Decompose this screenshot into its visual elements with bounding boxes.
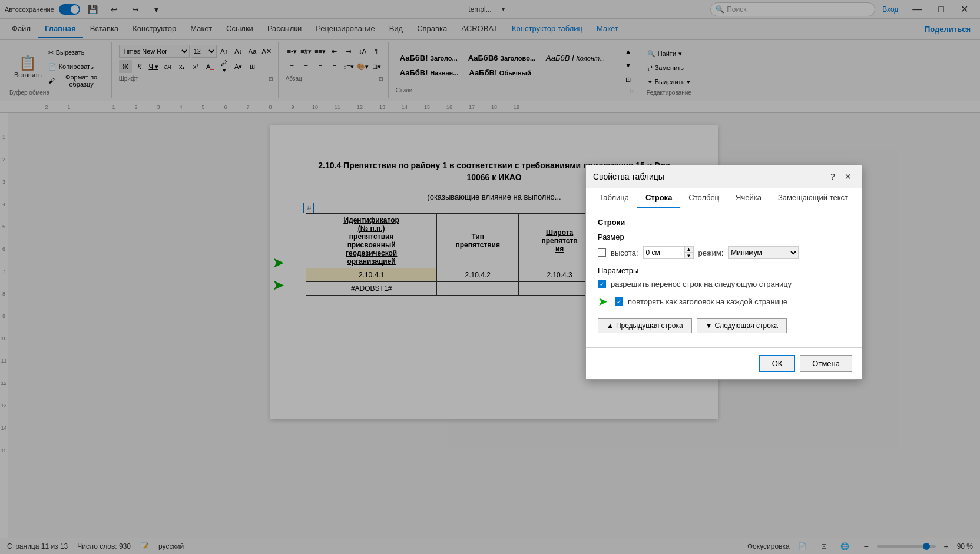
allow-break-checkbox[interactable]: ✓ xyxy=(598,280,606,288)
dialog-title-icons: ? ✕ xyxy=(826,170,855,183)
dialog-footer: ОК Отмена xyxy=(586,347,862,379)
rows-section-title: Строки xyxy=(598,218,850,227)
dialog-tab-column[interactable]: Столбец xyxy=(680,188,727,208)
prev-row-label: Предыдущая строка xyxy=(616,321,683,330)
next-row-button[interactable]: ▼ Следующая строка xyxy=(697,318,787,333)
nav-btn-row: ▲ Предыдущая строка ▼ Следующая строка xyxy=(598,318,850,333)
dialog-tab-cell[interactable]: Ячейка xyxy=(727,188,770,208)
cancel-button[interactable]: Отмена xyxy=(800,355,852,372)
height-label: высота: xyxy=(611,248,638,257)
height-down-button[interactable]: ▼ xyxy=(684,253,694,259)
size-label: Размер xyxy=(598,233,850,241)
dialog-tab-table[interactable]: Таблица xyxy=(591,188,637,208)
allow-break-row: ✓ разрешить перенос строк на следующую с… xyxy=(598,280,850,288)
repeat-header-label: повторять как заголовок на каждой страни… xyxy=(628,297,787,306)
prev-row-button[interactable]: ▲ Предыдущая строка xyxy=(598,318,692,333)
repeat-header-arrow: ➤ xyxy=(598,294,608,308)
dialog-help-button[interactable]: ? xyxy=(826,170,839,183)
dialog-tab-row[interactable]: Строка xyxy=(637,188,680,208)
height-up-button[interactable]: ▲ xyxy=(684,246,694,253)
repeat-header-checkbox[interactable]: ✓ xyxy=(615,297,623,306)
mode-label: режим: xyxy=(698,248,724,257)
height-spin: ▲ ▼ xyxy=(643,246,694,259)
height-checkbox[interactable] xyxy=(598,248,606,257)
height-input[interactable] xyxy=(643,246,684,259)
ok-button[interactable]: ОК xyxy=(759,355,796,372)
dialog-tab-alt-text[interactable]: Замещающий текст xyxy=(770,188,856,208)
next-row-icon: ▼ xyxy=(706,321,713,330)
prev-row-icon: ▲ xyxy=(607,321,614,330)
next-row-label: Следующая строка xyxy=(715,321,779,330)
dialog-title: Свойства таблицы xyxy=(593,172,664,181)
dialog-title-bar: Свойства таблицы ? ✕ xyxy=(586,165,862,188)
params-section: Параметры ✓ разрешить перенос строк на с… xyxy=(598,266,850,308)
height-row: высота: ▲ ▼ режим: Минимум xyxy=(598,246,850,259)
repeat-header-row: ➤ ✓ повторять как заголовок на каждой ст… xyxy=(598,294,850,308)
mode-select[interactable]: Минимум xyxy=(728,246,799,259)
table-properties-dialog: Свойства таблицы ? ✕ Таблица Строка Стол… xyxy=(585,165,862,380)
allow-break-label: разрешить перенос строк на следующую стр… xyxy=(611,280,792,288)
dialog-tabs: Таблица Строка Столбец Ячейка Замещающий… xyxy=(586,188,862,208)
dialog-overlay: Свойства таблицы ? ✕ Таблица Строка Стол… xyxy=(0,0,980,554)
dialog-body: Строки Размер высота: ▲ ▼ режим: Минимум xyxy=(586,208,862,347)
params-label: Параметры xyxy=(598,266,850,275)
dialog-close-button[interactable]: ✕ xyxy=(842,170,855,183)
